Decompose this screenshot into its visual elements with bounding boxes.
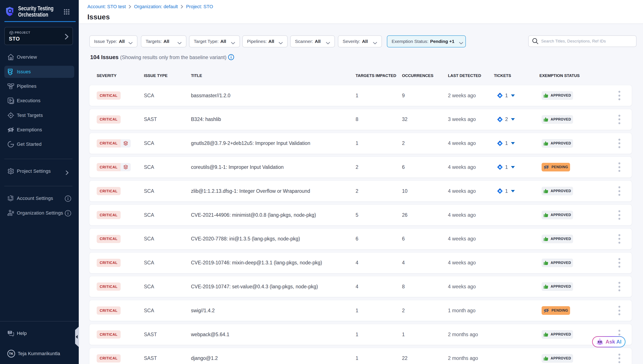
svg-text:?: ? (9, 330, 11, 334)
